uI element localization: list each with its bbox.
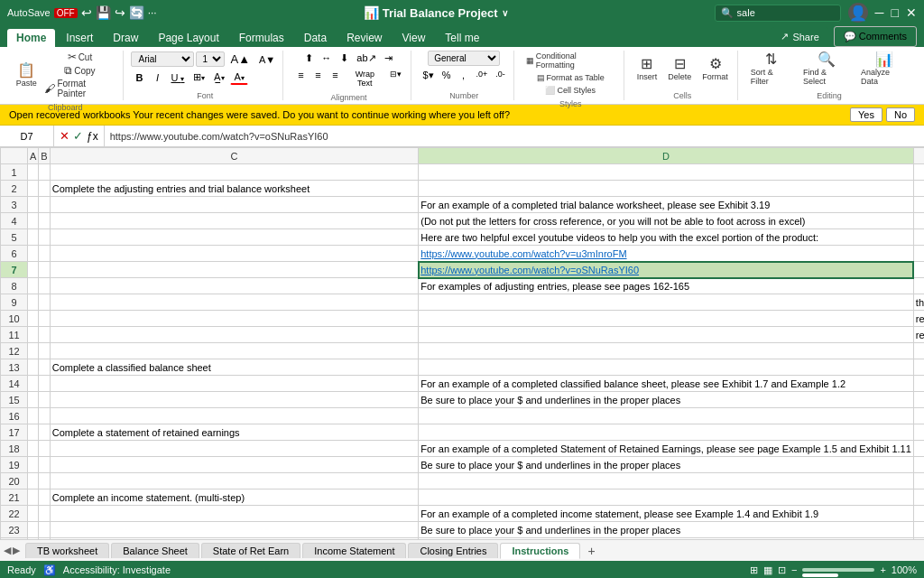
- col-header-c[interactable]: C: [50, 148, 419, 164]
- autosave-toggle[interactable]: OFF: [54, 8, 78, 18]
- cell-C16[interactable]: [50, 408, 419, 424]
- cell-B11[interactable]: [39, 327, 50, 343]
- cell-E10[interactable]: remember to show a description for each …: [913, 311, 924, 327]
- cell-C6[interactable]: [50, 246, 419, 262]
- insert-cells-button[interactable]: ⊞ Insert: [633, 55, 661, 83]
- cell-C24[interactable]: [50, 538, 419, 540]
- cell-A2[interactable]: [28, 181, 39, 197]
- row-header-3[interactable]: 3: [1, 197, 28, 213]
- cell-D20[interactable]: [419, 473, 914, 489]
- cell-C12[interactable]: [50, 343, 419, 359]
- formula-content[interactable]: https://www.youtube.com/watch?v=oSNuRasY…: [105, 131, 924, 142]
- tab-page-layout[interactable]: Page Layout: [149, 29, 227, 47]
- cell-E11[interactable]: remember how the accounts should be ente…: [913, 327, 924, 343]
- cell-A12[interactable]: [28, 343, 39, 359]
- cell-B20[interactable]: [39, 473, 50, 489]
- format-as-table-button[interactable]: ▤ Format as Table: [534, 72, 607, 83]
- save-icon[interactable]: 💾: [96, 5, 111, 20]
- tab-formulas[interactable]: Formulas: [230, 29, 293, 47]
- tab-review[interactable]: Review: [337, 29, 391, 47]
- cell-D16[interactable]: [419, 408, 914, 424]
- cell-A23[interactable]: [28, 522, 39, 538]
- cell-B23[interactable]: [39, 522, 50, 538]
- close-icon[interactable]: ✕: [906, 5, 917, 20]
- format-cells-button[interactable]: ⚙ Format: [698, 55, 732, 83]
- tab-home[interactable]: Home: [7, 29, 55, 47]
- cut-button[interactable]: ✂Cut: [42, 51, 117, 63]
- zoom-out-icon[interactable]: −: [791, 564, 797, 575]
- cell-E8[interactable]: [913, 278, 924, 294]
- cell-A24[interactable]: [28, 538, 39, 540]
- cell-C14[interactable]: [50, 376, 419, 392]
- cell-D17[interactable]: [419, 424, 914, 441]
- cell-D12[interactable]: [419, 343, 914, 359]
- analyze-data-button[interactable]: 📊 Analyze Data: [857, 51, 911, 88]
- zoom-slider[interactable]: [802, 568, 874, 572]
- cell-A16[interactable]: [28, 408, 39, 424]
- cell-B17[interactable]: [39, 424, 50, 441]
- cell-B7[interactable]: [39, 262, 50, 278]
- paste-button[interactable]: 📋 Paste: [13, 61, 40, 89]
- sort-filter-button[interactable]: ⇅ Sort & Filter: [747, 51, 796, 88]
- cell-E17[interactable]: [913, 424, 924, 441]
- comments-button[interactable]: 💬 Comments: [834, 26, 917, 47]
- minimize-icon[interactable]: ─: [875, 5, 884, 20]
- row-header-1[interactable]: 1: [1, 164, 28, 181]
- row-header-16[interactable]: 16: [1, 408, 28, 424]
- tab-insert[interactable]: Insert: [57, 29, 102, 47]
- cell-D6[interactable]: https://www.youtube.com/watch?v=u3mInroF…: [419, 246, 914, 262]
- cell-A1[interactable]: [28, 164, 39, 181]
- cell-C5[interactable]: [50, 229, 419, 246]
- indent-button[interactable]: ⇥: [381, 51, 397, 66]
- cell-E23[interactable]: [913, 522, 924, 538]
- search-input[interactable]: [737, 7, 836, 18]
- more-icon[interactable]: ···: [148, 6, 157, 19]
- cell-C20[interactable]: [50, 473, 419, 489]
- cell-B5[interactable]: [39, 229, 50, 246]
- cell-B10[interactable]: [39, 311, 50, 327]
- cell-D22[interactable]: For an example of a completed income sta…: [419, 506, 914, 522]
- redo-icon[interactable]: ↪: [115, 5, 125, 20]
- row-header-4[interactable]: 4: [1, 213, 28, 229]
- font-family-select[interactable]: Arial: [131, 51, 194, 67]
- cell-E13[interactable]: [913, 359, 924, 376]
- row-header-6[interactable]: 6: [1, 246, 28, 262]
- row-header-20[interactable]: 20: [1, 473, 28, 489]
- italic-button[interactable]: I: [149, 70, 165, 85]
- cell-A14[interactable]: [28, 376, 39, 392]
- yes-button[interactable]: Yes: [850, 107, 882, 122]
- cell-A8[interactable]: [28, 278, 39, 294]
- cell-A9[interactable]: [28, 294, 39, 311]
- cell-D1[interactable]: [419, 164, 914, 181]
- cell-A21[interactable]: [28, 489, 39, 506]
- cell-E20[interactable]: [913, 473, 924, 489]
- cell-E16[interactable]: [913, 408, 924, 424]
- align-top-button[interactable]: ⬆: [300, 51, 317, 66]
- row-header-2[interactable]: 2: [1, 181, 28, 197]
- find-select-button[interactable]: 🔍 Find & Select: [799, 51, 854, 88]
- cell-D13[interactable]: [419, 359, 914, 376]
- cell-D18[interactable]: For an example of a completed Statement …: [419, 441, 914, 457]
- cell-C8[interactable]: [50, 278, 419, 294]
- cell-C11[interactable]: [50, 327, 419, 343]
- cancel-formula-icon[interactable]: ✕: [60, 129, 69, 143]
- page-break-icon[interactable]: ⊡: [778, 564, 786, 576]
- cell-D14[interactable]: For an example of a completed classified…: [419, 376, 914, 392]
- cell-B24[interactable]: [39, 538, 50, 540]
- cell-D3[interactable]: For an example of a completed trial bala…: [419, 197, 914, 213]
- cell-E3[interactable]: [913, 197, 924, 213]
- cell-E15[interactable]: [913, 392, 924, 408]
- cell-C1[interactable]: [50, 164, 419, 181]
- cell-E9[interactable]: the date column is not necessary on the …: [913, 294, 924, 311]
- cell-B14[interactable]: [39, 376, 50, 392]
- grid-wrapper[interactable]: A B C D E F G H I J K L M 12Complete the…: [0, 147, 924, 539]
- cell-D10[interactable]: [419, 311, 914, 327]
- wrap-text-button[interactable]: Wrap Text: [344, 68, 385, 89]
- decrease-font-button[interactable]: A▼: [255, 52, 279, 67]
- row-header-11[interactable]: 11: [1, 327, 28, 343]
- cell-D19[interactable]: Be sure to place your $ and underlines i…: [419, 457, 914, 473]
- tab-draw[interactable]: Draw: [104, 29, 147, 47]
- cell-D9[interactable]: [419, 294, 914, 311]
- align-middle-button[interactable]: ↔: [318, 51, 335, 66]
- row-header-24[interactable]: 24: [1, 538, 28, 540]
